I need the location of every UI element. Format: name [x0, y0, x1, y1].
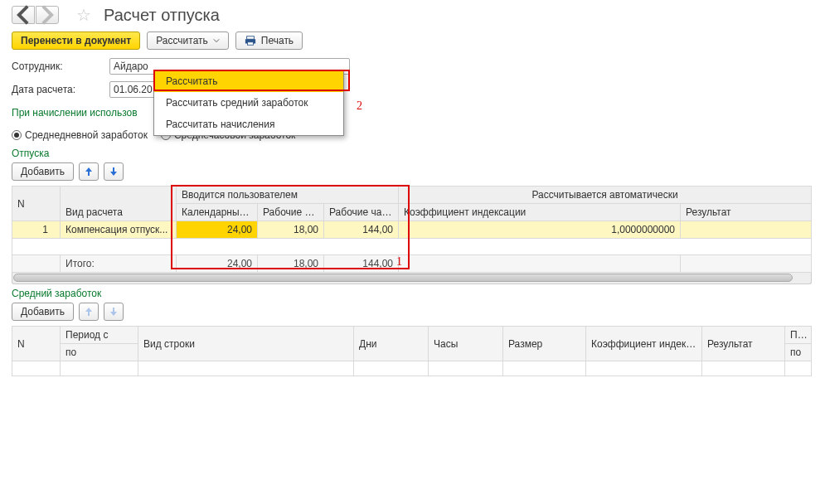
add-avg-button[interactable]: Добавить [12, 303, 74, 321]
menu-item-label: Рассчитать [166, 75, 218, 87]
radio-daily[interactable]: Среднедневной заработок [12, 129, 148, 141]
add-label: Добавить [21, 306, 65, 317]
empty-space [12, 239, 812, 255]
col-work-days: Рабочие дни [258, 204, 324, 221]
col-n: N [12, 327, 61, 361]
employee-label: Сотрудник: [12, 61, 109, 72]
calculate-label: Рассчитать [156, 35, 208, 46]
col-calendar-days: Календарные дни [177, 204, 258, 221]
col-result: Результат [702, 327, 785, 361]
cell-coef: 1,0000000000 [399, 221, 681, 239]
section-avg-title: Средний заработок [0, 284, 825, 301]
table-row[interactable]: 1 Компенсация отпуск... 24,00 18,00 144,… [12, 221, 812, 239]
add-label: Добавить [21, 166, 65, 177]
col-period-from: Период с [61, 327, 138, 344]
nav-forward-button[interactable] [36, 6, 59, 24]
col-coef: Коэффициент индексации [586, 327, 702, 361]
section-vacations-title: Отпуска [0, 144, 825, 161]
avg-earnings-table[interactable]: N Период с Вид строки Дни Часы Размер Ко… [12, 326, 812, 376]
cell-hours: 144,00 [324, 221, 399, 239]
menu-item-calc-accruals[interactable]: Рассчитать начисления [154, 114, 343, 135]
calculate-dropdown-menu: Рассчитать Рассчитать средний заработок … [153, 70, 344, 136]
col-type: Вид расчета [61, 187, 177, 221]
add-vacation-button[interactable]: Добавить [12, 162, 74, 181]
print-button[interactable]: Печать [235, 32, 303, 50]
col-period-to: по [61, 344, 138, 361]
col-size: Размер [503, 327, 586, 361]
menu-item-calculate[interactable]: Рассчитать [154, 70, 343, 92]
printer-icon [245, 35, 256, 46]
menu-item-calc-avg[interactable]: Рассчитать средний заработок [154, 92, 343, 114]
annotation-number-1: 1 [396, 255, 402, 269]
use-mode-label: При начислении использов [12, 107, 138, 119]
total-label: Итого: [61, 255, 177, 273]
move-up-button[interactable] [79, 303, 99, 321]
total-cal: 24,00 [177, 255, 258, 273]
col-bonus-to: по [785, 344, 812, 361]
page-title: Расчет отпуска [104, 6, 220, 25]
col-group-user: Вводится пользователем [177, 187, 399, 204]
radio-icon [12, 130, 22, 140]
radio-daily-label: Среднедневной заработок [25, 129, 148, 141]
move-up-button[interactable] [79, 162, 99, 181]
cell-work: 18,00 [258, 221, 324, 239]
svg-rect-0 [246, 36, 254, 40]
col-days: Дни [354, 327, 429, 361]
col-hours: Часы [429, 327, 503, 361]
menu-item-label: Рассчитать средний заработок [166, 97, 308, 109]
cell-type: Компенсация отпуск... [61, 221, 177, 239]
horizontal-scrollbar[interactable] [12, 273, 812, 284]
col-n: N [12, 187, 61, 221]
col-result: Результат [681, 204, 812, 221]
col-line: Вид строки [138, 327, 354, 361]
col-coef: Коэффициент индексации [399, 204, 681, 221]
transfer-to-document-button[interactable]: Перенести в документ [12, 32, 140, 50]
cell-n: 1 [12, 221, 61, 239]
print-label: Печать [261, 35, 294, 46]
vacations-table[interactable]: N Вид расчета Вводится пользователем Рас… [12, 186, 812, 273]
col-work-hours: Рабочие часы [324, 204, 399, 221]
cell-result [681, 221, 812, 239]
svg-rect-2 [247, 42, 253, 46]
favorite-star-icon[interactable]: ☆ [74, 5, 94, 25]
calculate-dropdown-button[interactable]: Рассчитать [147, 32, 229, 50]
total-work: 18,00 [258, 255, 324, 273]
calc-date-label: Дата расчета: [12, 84, 109, 95]
table-row[interactable] [12, 361, 812, 376]
move-down-button[interactable] [104, 162, 124, 181]
total-row: Итого: 24,00 18,00 144,00 [12, 255, 812, 273]
calc-date-value: 01.06.20 [114, 84, 153, 95]
transfer-label: Перенести в документ [21, 35, 131, 46]
annotation-number-2: 2 [357, 99, 362, 113]
employee-value: Айдаро [114, 61, 148, 72]
total-hours: 144,00 [324, 255, 399, 273]
col-group-auto: Рассчитывается автоматически [399, 187, 812, 204]
col-bonus: Премия за пер [785, 327, 812, 344]
menu-item-label: Рассчитать начисления [166, 119, 274, 130]
nav-back-button[interactable] [12, 6, 35, 24]
move-down-button[interactable] [104, 303, 124, 321]
cell-cal: 24,00 [177, 221, 258, 239]
